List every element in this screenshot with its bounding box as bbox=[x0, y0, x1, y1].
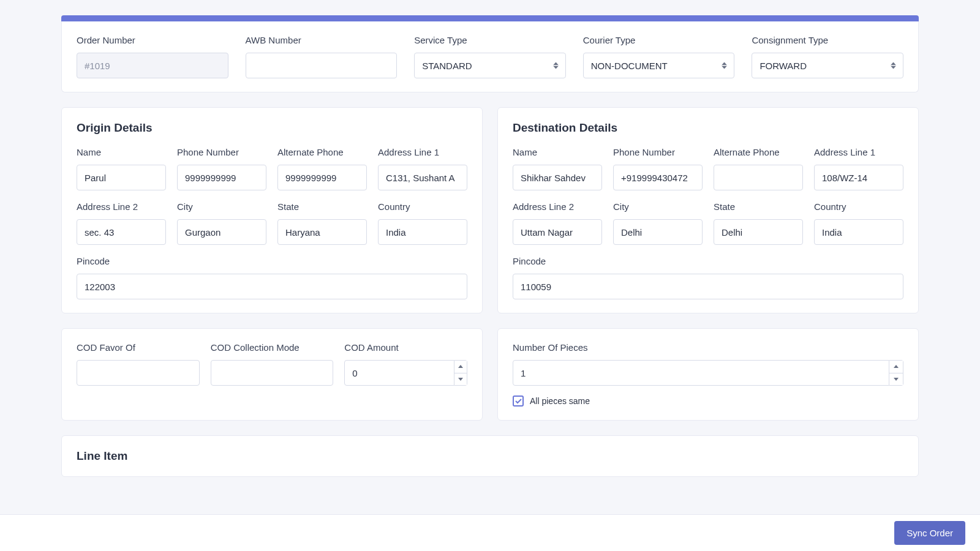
consignment-type-select[interactable] bbox=[752, 53, 903, 78]
cod-amount-label: COD Amount bbox=[344, 342, 467, 353]
dest-addr1-label: Address Line 1 bbox=[814, 147, 903, 157]
origin-phone-input[interactable] bbox=[177, 165, 266, 190]
footer-bar: Sync Order bbox=[0, 514, 980, 551]
dest-alt-label: Alternate Phone bbox=[714, 147, 803, 157]
form-scroll[interactable]: Order Number AWB Number Service Type Co bbox=[0, 0, 980, 514]
cod-favor-input[interactable] bbox=[77, 360, 200, 386]
dest-phone-input[interactable] bbox=[613, 165, 703, 190]
dest-addr2-input[interactable] bbox=[513, 219, 602, 245]
destination-details-card: Destination Details Name Phone Number Al… bbox=[497, 107, 919, 313]
dest-pincode-input[interactable] bbox=[513, 274, 903, 299]
origin-city-input[interactable] bbox=[177, 219, 266, 245]
origin-pincode-label: Pincode bbox=[77, 256, 467, 266]
dest-name-label: Name bbox=[513, 147, 602, 157]
order-number-input bbox=[77, 53, 228, 78]
cod-card: COD Favor Of COD Collection Mode COD Amo… bbox=[61, 328, 483, 421]
awb-number-label: AWB Number bbox=[246, 35, 398, 45]
origin-alt-input[interactable] bbox=[277, 165, 367, 190]
cod-amount-up-button[interactable] bbox=[454, 361, 467, 373]
origin-city-label: City bbox=[177, 201, 266, 212]
courier-type-label: Courier Type bbox=[583, 35, 735, 45]
pieces-number-label: Number Of Pieces bbox=[513, 342, 903, 353]
service-type-select[interactable] bbox=[414, 53, 566, 78]
line-item-title: Line Item bbox=[77, 449, 903, 463]
dest-city-label: City bbox=[613, 201, 703, 212]
dest-pincode-label: Pincode bbox=[513, 256, 903, 266]
origin-country-input[interactable] bbox=[378, 219, 467, 245]
cod-favor-label: COD Favor Of bbox=[77, 342, 200, 353]
cod-amount-down-button[interactable] bbox=[454, 373, 467, 386]
origin-country-label: Country bbox=[378, 201, 467, 212]
pieces-down-button[interactable] bbox=[889, 373, 903, 386]
awb-number-input[interactable] bbox=[246, 53, 398, 78]
origin-pincode-input[interactable] bbox=[77, 274, 467, 299]
accent-bar bbox=[61, 15, 919, 21]
courier-type-select[interactable] bbox=[583, 53, 735, 78]
pieces-number-input[interactable] bbox=[513, 360, 889, 386]
origin-name-input[interactable] bbox=[77, 165, 166, 190]
order-number-label: Order Number bbox=[77, 35, 228, 45]
all-pieces-same-checkbox[interactable] bbox=[513, 395, 524, 407]
dest-country-label: Country bbox=[814, 201, 903, 212]
pieces-up-button[interactable] bbox=[889, 361, 903, 373]
service-type-label: Service Type bbox=[414, 35, 566, 45]
dest-city-input[interactable] bbox=[613, 219, 703, 245]
origin-addr1-label: Address Line 1 bbox=[378, 147, 467, 157]
dest-country-input[interactable] bbox=[814, 219, 903, 245]
dest-state-label: State bbox=[714, 201, 803, 212]
dest-state-input[interactable] bbox=[714, 219, 803, 245]
line-item-card: Line Item bbox=[61, 435, 919, 477]
cod-mode-label: COD Collection Mode bbox=[211, 342, 334, 353]
dest-alt-input[interactable] bbox=[714, 165, 803, 190]
dest-name-input[interactable] bbox=[513, 165, 602, 190]
cod-amount-input[interactable] bbox=[344, 360, 454, 386]
dest-addr1-input[interactable] bbox=[814, 165, 903, 190]
origin-details-card: Origin Details Name Phone Number Alterna… bbox=[61, 107, 483, 313]
origin-addr2-input[interactable] bbox=[77, 219, 166, 245]
all-pieces-same-label: All pieces same bbox=[530, 396, 590, 406]
cod-mode-input[interactable] bbox=[211, 360, 334, 386]
origin-state-label: State bbox=[277, 201, 367, 212]
order-header-card: Order Number AWB Number Service Type Co bbox=[61, 21, 919, 92]
origin-name-label: Name bbox=[77, 147, 166, 157]
origin-title: Origin Details bbox=[77, 121, 467, 135]
origin-addr2-label: Address Line 2 bbox=[77, 201, 166, 212]
pieces-card: Number Of Pieces All pieces same bbox=[497, 328, 919, 421]
origin-phone-label: Phone Number bbox=[177, 147, 266, 157]
consignment-type-label: Consignment Type bbox=[752, 35, 903, 45]
origin-addr1-input[interactable] bbox=[378, 165, 467, 190]
dest-addr2-label: Address Line 2 bbox=[513, 201, 602, 212]
destination-title: Destination Details bbox=[513, 121, 903, 135]
origin-state-input[interactable] bbox=[277, 219, 367, 245]
origin-alt-label: Alternate Phone bbox=[277, 147, 367, 157]
dest-phone-label: Phone Number bbox=[613, 147, 703, 157]
sync-order-button[interactable]: Sync Order bbox=[894, 521, 965, 545]
